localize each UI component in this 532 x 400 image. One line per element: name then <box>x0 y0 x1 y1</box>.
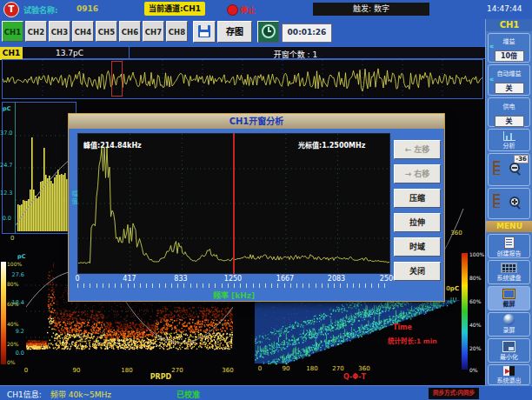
zoom-in-icon <box>509 197 521 208</box>
system-keyboard-button[interactable]: 系统键盘 <box>488 260 530 284</box>
floppy-disk-icon <box>198 25 210 37</box>
screenshot-icon <box>502 289 515 299</box>
waveform-canvas <box>3 60 482 102</box>
status-text: 停止 <box>240 4 256 16</box>
move-left-button[interactable]: ← 左移 <box>394 140 441 159</box>
qpt-duration-label: 统计时长:1 min <box>388 336 437 345</box>
prpd-y-tick: 27.6 <box>10 271 24 278</box>
popup-x-axis-label: 频率 [kHz] <box>77 290 390 301</box>
auto-gain-label: 自动增益 <box>489 69 529 77</box>
sidebar-channel-tab[interactable]: CH1 <box>486 19 532 31</box>
zoom-in-button[interactable] <box>488 188 530 219</box>
prpd-colorbar <box>1 262 6 364</box>
channel-button-ch4[interactable]: CH4 <box>72 21 94 42</box>
left-spectrum-canvas <box>16 103 76 237</box>
peak-readout: 峰值:214.84kHz <box>83 140 142 150</box>
left-x-origin: 0 <box>10 235 14 242</box>
band-label: 频带 40k~5MHz <box>50 389 111 400</box>
popup-tick-ruler <box>77 283 390 288</box>
zoom-out-icon <box>509 163 521 174</box>
collapse-arrow-icon: « <box>489 43 494 50</box>
exit-label: 系统退出 <box>489 376 529 384</box>
zoom-out-button[interactable]: -36 <box>488 153 530 186</box>
power-label: 供电 <box>489 102 529 110</box>
analysis-button[interactable]: 分析 <box>488 129 530 151</box>
mid-right-x-end: 360 <box>448 230 465 237</box>
stretch-button[interactable]: 拉伸 <box>394 213 441 232</box>
left-spectrum-axis <box>15 103 16 233</box>
channel-button-ch3[interactable]: CH3 <box>49 21 70 42</box>
popup-x-tick: 833 <box>168 275 194 283</box>
exit-icon <box>503 366 515 376</box>
timer-display: 00:01:26 <box>282 23 332 43</box>
qpt-x-tick: 180 <box>303 365 321 372</box>
gain-label: 增益 <box>489 37 529 45</box>
clock-icon <box>262 24 276 38</box>
popup-x-tick: 1667 <box>272 275 298 283</box>
auto-gain-value: 关 <box>495 83 524 94</box>
save-image-icon-button[interactable] <box>193 21 216 43</box>
report-icon <box>504 237 515 249</box>
left-spectrum-panel <box>2 102 76 234</box>
colorbar-label: 100% <box>469 251 484 257</box>
gain-button[interactable]: « 增益 10倍 <box>488 33 530 63</box>
qpt-x-tick: 0 <box>251 365 269 372</box>
minimize-icon <box>502 341 515 352</box>
analysis-icon <box>503 131 515 141</box>
channel-button-ch2[interactable]: CH2 <box>25 21 47 42</box>
test-name-value: 0916 <box>76 4 98 13</box>
create-report-button[interactable]: 创建报告 <box>488 234 530 258</box>
channel-button-ch7[interactable]: CH7 <box>143 21 164 42</box>
window-cursor[interactable] <box>111 61 123 97</box>
prpd-x-label: PRPD <box>143 373 178 381</box>
channel-button-ch6[interactable]: CH6 <box>119 21 141 42</box>
popup-x-tick: 417 <box>116 275 143 283</box>
channel-button-ch1[interactable]: CH1 <box>2 21 23 42</box>
status-dot-icon <box>227 4 238 16</box>
minimize-button[interactable]: 最小化 <box>488 338 530 363</box>
header-divider <box>129 47 130 60</box>
save-image-button[interactable]: 存图 <box>217 21 252 43</box>
colorbar-label: 40% <box>469 322 481 328</box>
prpd-colorbar-label: 80% <box>7 281 18 287</box>
scale-icon <box>493 194 500 208</box>
record-label: 录屏 <box>489 325 529 334</box>
time-domain-button[interactable]: 时域 <box>394 237 441 257</box>
screenshot-button[interactable]: 截屏 <box>488 286 530 310</box>
app-screen: T 试验名称: 0916 当前通道:CH1 停止 触发: 数字 14:47:44… <box>0 0 532 400</box>
waveform-header: CH1 13.7pC 开窗个数 : 1 <box>0 46 485 59</box>
qpt-x-tick: 90 <box>277 365 295 372</box>
system-exit-button[interactable]: 系统退出 <box>488 364 530 385</box>
power-supply-button[interactable]: 供电 关 <box>488 97 530 127</box>
sidebar: CH1 « 增益 10倍 « 自动增益 关 供电 关 分析 -36 MENU <box>485 19 532 385</box>
spectrum-cursor-line[interactable] <box>233 133 235 274</box>
qpt-x-tick: 270 <box>329 365 347 372</box>
prpd-y-tick: 0.0 <box>10 350 24 357</box>
screen-record-button[interactable]: 录屏 <box>488 312 530 337</box>
minimize-label: 最小化 <box>489 352 529 361</box>
colorbar-label: 80% <box>469 275 481 281</box>
amplitude-readout: 13.7pC <box>39 49 100 57</box>
record-icon <box>503 314 515 325</box>
prpd-y-tick: 9.2 <box>10 328 24 335</box>
analysis-popup: CH1开窗分析 峰值:214.84kHz 光标值:1.2500MHz 幅值 0 … <box>68 113 445 302</box>
qpt-time-label: Time <box>393 323 412 331</box>
compress-button[interactable]: 压缩 <box>394 189 441 208</box>
move-right-button[interactable]: → 右移 <box>394 164 441 183</box>
auto-gain-button[interactable]: « 自动增益 关 <box>488 64 530 96</box>
status-bar: CH1信息: 频带 40k~5MHz 已校准 同步方式:内同步 <box>0 385 532 400</box>
channel-info-label: CH1信息: <box>7 389 42 400</box>
app-logo-icon: T <box>3 2 19 17</box>
channel-button-ch5[interactable]: CH5 <box>96 21 117 42</box>
left-spectrum-unit: pC <box>3 105 10 112</box>
prpd-colorbar-label: 100% <box>7 261 22 267</box>
prpd-colorbar-label: 0% <box>7 359 16 365</box>
channel-button-ch8[interactable]: CH8 <box>166 21 188 42</box>
waveform-panel <box>2 59 483 99</box>
screenshot-label: 截屏 <box>489 299 529 308</box>
close-button[interactable]: 关闭 <box>394 262 441 281</box>
timer-icon-button[interactable] <box>257 21 279 43</box>
popup-title-bar[interactable]: CH1开窗分析 <box>69 114 444 129</box>
qpt-x-label: Q-Φ-T <box>334 373 376 381</box>
colorbar-label: 20% <box>469 345 481 351</box>
